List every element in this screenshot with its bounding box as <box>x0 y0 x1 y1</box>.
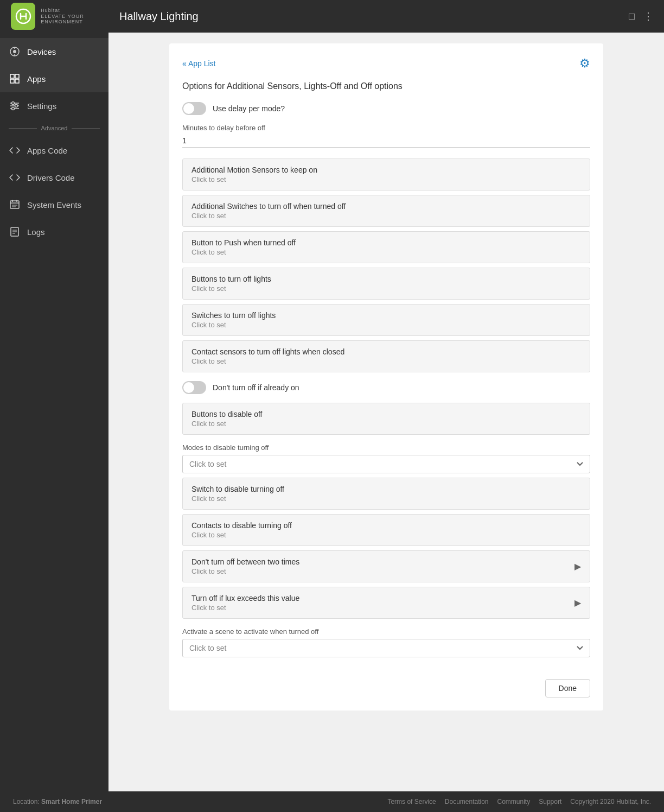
option-sub: Click to set <box>191 248 581 256</box>
dont-turn-off-toggle-row: Don't turn off if already on <box>182 381 590 394</box>
option-sub: Click to set <box>191 175 581 183</box>
additional-motion-sensors-row[interactable]: Additional Motion Sensors to keep on Cli… <box>182 158 590 191</box>
contacts-disable-turning-off-row[interactable]: Contacts to disable turning off Click to… <box>182 514 590 546</box>
turn-off-lux-row[interactable]: Turn off if lux exceeds this value Click… <box>182 587 590 619</box>
modes-dropdown-field: Modes to disable turning off Click to se… <box>182 443 590 473</box>
svg-point-12 <box>12 102 15 105</box>
sidebar-item-label: System Events <box>27 200 81 210</box>
modes-dropdown-label: Modes to disable turning off <box>182 443 590 452</box>
option-content: Don't turn off between two times Click t… <box>191 557 299 575</box>
option-title: Buttons to turn off lights <box>191 275 581 283</box>
option-title: Button to Push when turned off <box>191 238 581 247</box>
button-push-row[interactable]: Button to Push when turned off Click to … <box>182 231 590 263</box>
sidebar-item-system-events[interactable]: System Events <box>0 191 108 218</box>
sidebar-item-label: Drivers Code <box>27 173 75 182</box>
terms-of-service-link[interactable]: Terms of Service <box>387 798 436 805</box>
sidebar-item-logs[interactable]: Logs <box>0 218 108 245</box>
header-actions: □ ⋮ <box>629 10 653 22</box>
chevron-right-icon: ▶ <box>574 598 581 608</box>
location-value: Smart Home Primer <box>41 798 102 805</box>
sidebar-item-label: Apps Code <box>27 146 67 155</box>
sidebar-item-label: Devices <box>27 47 56 56</box>
dont-turn-off-two-times-row[interactable]: Don't turn off between two times Click t… <box>182 550 590 582</box>
advanced-divider: Advanced <box>0 119 108 137</box>
copyright-text: Copyright 2020 Hubitat, Inc. <box>570 798 651 805</box>
message-icon[interactable]: □ <box>629 11 635 22</box>
option-sub: Click to set <box>191 357 581 365</box>
svg-rect-15 <box>10 201 19 208</box>
gear-icon[interactable]: ⚙ <box>579 56 590 71</box>
additional-switches-row[interactable]: Additional Switches to turn off when tur… <box>182 195 590 227</box>
sidebar-item-apps[interactable]: Apps <box>0 65 108 92</box>
option-sub: Click to set <box>191 567 299 575</box>
community-link[interactable]: Community <box>497 798 531 805</box>
svg-rect-8 <box>15 79 19 83</box>
logo-area: Hubitat ELEVATE YOUR ENVIRONMENT <box>11 3 119 30</box>
sidebar-item-label: Settings <box>27 101 56 111</box>
svg-point-14 <box>12 107 15 110</box>
more-options-icon[interactable]: ⋮ <box>643 10 653 22</box>
dont-turn-off-toggle-label: Don't turn off if already on <box>213 383 299 392</box>
hubitat-logo <box>11 3 35 30</box>
delay-toggle-label: Use delay per mode? <box>213 104 285 113</box>
sidebar-item-devices[interactable]: Devices <box>0 38 108 65</box>
footer-links: Terms of Service Documentation Community… <box>387 798 651 805</box>
code-icon <box>9 144 21 156</box>
switch-disable-turning-off-row[interactable]: Switch to disable turning off Click to s… <box>182 478 590 510</box>
activate-scene-dropdown-field: Activate a scene to activate when turned… <box>182 627 590 657</box>
support-link[interactable]: Support <box>539 798 561 805</box>
svg-rect-7 <box>10 79 14 83</box>
dont-turn-off-toggle[interactable] <box>182 381 206 394</box>
option-sub: Click to set <box>191 494 581 503</box>
switches-turn-off-lights-row[interactable]: Switches to turn off lights Click to set <box>182 304 590 336</box>
sidebar-item-apps-code[interactable]: Apps Code <box>0 137 108 164</box>
section-title: Options for Additional Sensors, Lights-O… <box>182 81 590 91</box>
contact-sensors-turn-off-row[interactable]: Contact sensors to turn off lights when … <box>182 340 590 372</box>
content-card: « App List ⚙ Options for Additional Sens… <box>169 43 603 710</box>
delay-field-input[interactable] <box>182 134 590 148</box>
option-sub: Click to set <box>191 212 581 220</box>
modes-dropdown-select[interactable]: Click to set <box>182 455 590 473</box>
buttons-turn-off-lights-row[interactable]: Buttons to turn off lights Click to set <box>182 268 590 300</box>
footer: Location: Smart Home Primer Terms of Ser… <box>0 791 664 812</box>
option-title: Additional Motion Sensors to keep on <box>191 166 581 174</box>
delay-field-label: Minutes to delay before off <box>182 124 590 132</box>
option-title: Buttons to disable off <box>191 410 581 418</box>
documentation-link[interactable]: Documentation <box>445 798 489 805</box>
svg-point-13 <box>15 105 18 107</box>
chevron-right-icon: ▶ <box>574 561 581 572</box>
delay-field-group: Minutes to delay before off <box>182 124 590 148</box>
device-icon <box>9 46 21 58</box>
delay-toggle[interactable] <box>182 102 206 115</box>
activate-scene-select[interactable]: Click to set <box>182 639 590 657</box>
events-icon <box>9 199 21 211</box>
svg-point-2 <box>13 50 16 53</box>
option-content: Turn off if lux exceeds this value Click… <box>191 594 299 612</box>
main-layout: Devices Apps <box>0 33 664 791</box>
sidebar: Devices Apps <box>0 33 108 791</box>
logo-text: Hubitat ELEVATE YOUR ENVIRONMENT <box>41 8 119 25</box>
option-sub: Click to set <box>191 420 581 428</box>
option-title: Don't turn off between two times <box>191 557 299 566</box>
back-link[interactable]: « App List <box>182 59 216 68</box>
sidebar-item-label: Apps <box>27 74 46 84</box>
svg-rect-5 <box>10 74 14 78</box>
buttons-disable-off-row[interactable]: Buttons to disable off Click to set <box>182 403 590 435</box>
sidebar-item-label: Logs <box>27 227 45 237</box>
svg-rect-6 <box>15 74 19 78</box>
page-title: Hallway Lighting <box>119 10 629 23</box>
done-button[interactable]: Done <box>545 679 590 697</box>
option-title: Switch to disable turning off <box>191 485 581 493</box>
footer-location: Location: Smart Home Primer <box>13 798 102 805</box>
sidebar-item-drivers-code[interactable]: Drivers Code <box>0 164 108 191</box>
card-header: « App List ⚙ <box>182 56 590 71</box>
logs-icon <box>9 226 21 238</box>
option-sub: Click to set <box>191 284 581 293</box>
sidebar-item-settings[interactable]: Settings <box>0 92 108 119</box>
content-area: « App List ⚙ Options for Additional Sens… <box>108 33 664 791</box>
activate-scene-label: Activate a scene to activate when turned… <box>182 627 590 636</box>
option-title: Contact sensors to turn off lights when … <box>191 347 581 356</box>
option-sub: Click to set <box>191 531 581 539</box>
option-title: Switches to turn off lights <box>191 311 581 320</box>
apps-icon <box>9 73 21 85</box>
